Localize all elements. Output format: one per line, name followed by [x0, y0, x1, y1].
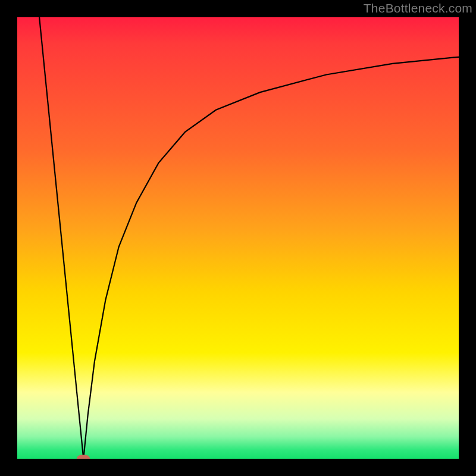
curve-right-branch [83, 57, 459, 459]
bottleneck-curve [17, 17, 459, 459]
curve-left-branch [39, 17, 83, 459]
plot-area [17, 17, 459, 459]
minimum-marker [77, 455, 90, 459]
chart-frame: TheBottleneck.com [0, 0, 476, 476]
watermark-text: TheBottleneck.com [364, 1, 472, 15]
